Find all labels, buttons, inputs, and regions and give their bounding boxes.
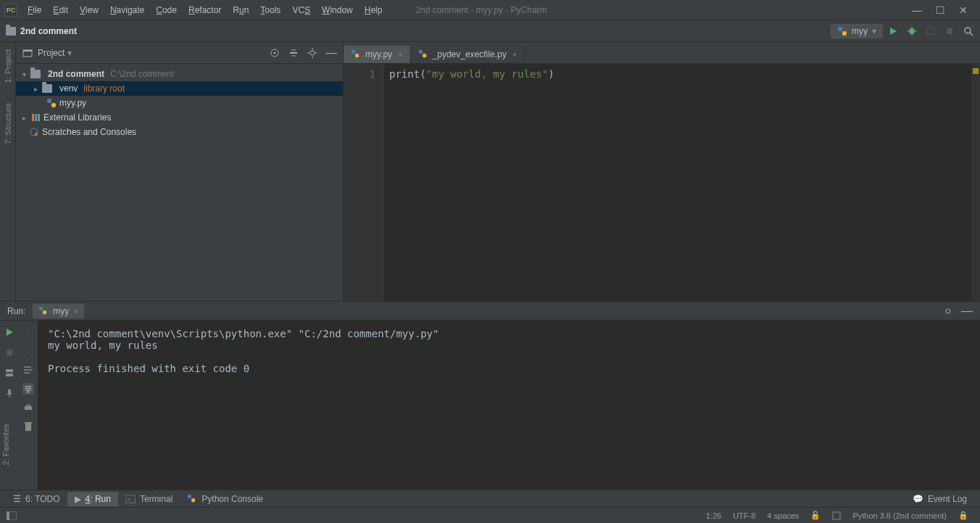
close-icon[interactable]: × [73, 307, 78, 316]
svg-point-30 [35, 133, 38, 136]
svg-marker-42 [7, 390, 12, 395]
tree-scratches[interactable]: Scratches and Consoles [16, 125, 343, 139]
gear-icon[interactable] [307, 47, 318, 59]
tree-file-myy[interactable]: myy.py [16, 96, 343, 110]
soft-wrap-icon[interactable] [22, 364, 34, 376]
chevron-right-icon[interactable]: ▸ [32, 85, 39, 93]
menu-code[interactable]: Code [151, 4, 181, 17]
bottom-tab-terminal[interactable]: >_ Terminal [118, 492, 180, 506]
chevron-right-icon[interactable]: ▸ [20, 114, 28, 122]
rerun-button[interactable] [4, 326, 15, 338]
sidebar-tab-favorites[interactable]: 2: Favorites [0, 421, 12, 468]
bottom-tab-todo[interactable]: ☰ 6: TODO [6, 492, 67, 506]
search-icon[interactable] [963, 25, 974, 37]
run-config-selector[interactable]: myy ▾ [831, 24, 883, 38]
menu-help[interactable]: Help [360, 4, 387, 17]
tool-windows-icon[interactable] [6, 510, 17, 522]
svg-rect-45 [25, 406, 32, 410]
gear-icon[interactable] [942, 305, 954, 317]
status-inspections-icon[interactable] [826, 511, 847, 520]
layout-button[interactable] [4, 367, 15, 379]
project-tool-window: Project ▾ — ▾ 2nd comment C:\2nd comment… [16, 42, 344, 301]
menu-window[interactable]: Window [317, 4, 357, 17]
folder-icon [42, 84, 52, 93]
python-file-icon [46, 98, 57, 108]
bottom-tab-run[interactable]: ▶ 4: Run [67, 492, 118, 506]
print-icon[interactable] [22, 402, 34, 413]
editor-tab-pydev[interactable]: _pydev_execfile.py × [411, 46, 526, 63]
run-header: Run: myy × — [0, 302, 980, 321]
bottom-tab-event-log[interactable]: 💬 Event Log [905, 492, 974, 506]
tree-venv-tag: library root [83, 83, 125, 94]
tab-label: myy.py [365, 49, 392, 59]
tree-root[interactable]: ▾ 2nd comment C:\2nd comment [16, 67, 343, 81]
sidebar-tab-structure[interactable]: 7: Structure [2, 100, 14, 147]
stop-button[interactable] [944, 25, 955, 37]
menu-refactor[interactable]: Refactor [184, 4, 225, 17]
svg-rect-51 [188, 494, 191, 498]
coverage-button[interactable] [925, 25, 937, 37]
collapse-all-icon[interactable] [288, 47, 299, 59]
menu-vcs[interactable]: VCS [288, 4, 315, 17]
trash-icon[interactable] [22, 421, 34, 432]
editor-tab-strip: myy.py × _pydev_execfile.py × [344, 42, 980, 64]
run-button[interactable] [887, 25, 899, 37]
scratches-icon [29, 127, 39, 137]
status-caret-pos[interactable]: 1:26 [700, 511, 727, 520]
up-arrow-icon[interactable]: ↑ [22, 326, 34, 338]
down-arrow-icon[interactable]: ↓ [22, 345, 34, 357]
project-tree[interactable]: ▾ 2nd comment C:\2nd comment ▸ venv libr… [16, 64, 343, 142]
editor-body[interactable]: 1 print("my world, my rules") [344, 64, 980, 301]
breadcrumb-project[interactable]: 2nd comment [20, 26, 77, 36]
menu-run[interactable]: Run [228, 4, 253, 17]
scroll-to-end-icon[interactable] [22, 383, 34, 395]
folder-icon [6, 27, 16, 36]
bottom-tab-python-console[interactable]: Python Console [180, 492, 270, 506]
status-readonly-icon[interactable]: 🔓 [805, 511, 826, 520]
editor-code[interactable]: print("my world, my rules") [383, 64, 971, 301]
chevron-down-icon[interactable]: ▾ [20, 70, 28, 78]
todo-icon: ☰ [13, 494, 21, 504]
tree-external-libraries[interactable]: ▸ External Libraries [16, 110, 343, 125]
run-console[interactable]: "C:\2nd comment\venv\Scripts\python.exe"… [38, 321, 980, 490]
status-lock-icon[interactable]: 🔒 [952, 511, 974, 520]
hide-icon[interactable]: — [961, 305, 973, 317]
pin-button[interactable] [4, 387, 15, 399]
chevron-down-icon[interactable]: ▾ [67, 48, 72, 58]
python-icon [837, 26, 847, 36]
svg-rect-36 [43, 310, 46, 314]
nav-bar: 2nd comment myy ▾ [0, 20, 980, 42]
minimize-button[interactable]: — [912, 5, 922, 15]
hide-icon[interactable]: — [325, 47, 337, 59]
menu-edit[interactable]: Edit [49, 4, 72, 17]
locate-icon[interactable] [269, 47, 281, 59]
close-icon[interactable]: × [398, 50, 402, 59]
run-tab-myy[interactable]: myy × [33, 304, 83, 318]
project-pane-title[interactable]: Project [38, 48, 65, 58]
svg-point-10 [965, 28, 971, 33]
maximize-button[interactable]: ☐ [935, 5, 945, 15]
menu-view[interactable]: View [75, 4, 103, 17]
editor-error-stripe[interactable] [971, 64, 980, 301]
editor-tab-myy[interactable]: myy.py × [344, 46, 411, 63]
window-title: 2nd comment - myy.py - PyCharm [386, 5, 912, 15]
run-left-toolbar-2: ↑ ↓ [19, 321, 38, 490]
warning-marker[interactable] [973, 68, 979, 74]
menu-navigate[interactable]: Navigate [106, 4, 149, 17]
menu-tools[interactable]: Tools [256, 4, 285, 17]
close-button[interactable]: ✕ [958, 5, 968, 15]
svg-rect-8 [927, 28, 934, 35]
status-indent[interactable]: 4 spaces [761, 511, 805, 520]
status-encoding[interactable]: UTF-8 [727, 511, 761, 520]
debug-button[interactable] [906, 25, 918, 37]
status-interpreter[interactable]: Python 3.8 (2nd comment) [847, 511, 952, 520]
project-view-icon [22, 47, 33, 59]
close-icon[interactable]: × [512, 50, 517, 59]
svg-rect-48 [25, 422, 32, 424]
menu-file[interactable]: File [23, 4, 46, 17]
stop-button[interactable] [4, 347, 15, 358]
tab-label: _pydev_execfile.py [433, 49, 507, 59]
sidebar-tab-project[interactable]: 1: Project [2, 46, 14, 86]
svg-marker-2 [890, 28, 897, 35]
tree-venv[interactable]: ▸ venv library root [16, 81, 343, 96]
